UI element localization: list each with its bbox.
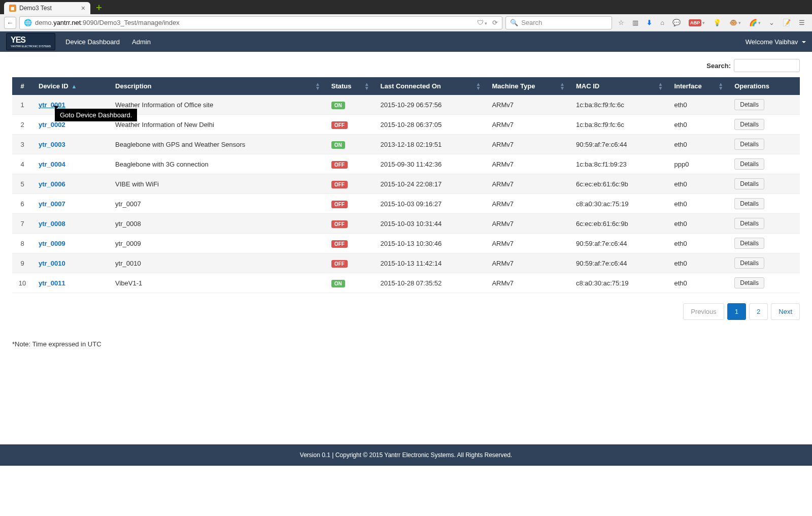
- table-search-row: Search:: [12, 52, 800, 77]
- url-path: :9090/Demo3_Test/manage/index: [81, 19, 179, 26]
- table-search-input[interactable]: [734, 59, 800, 72]
- row-status: OFF: [325, 214, 375, 234]
- welcome-text: Welcome Vaibhav: [746, 38, 798, 46]
- downloads-icon[interactable]: ⬇: [647, 19, 652, 26]
- row-number: 7: [12, 214, 32, 234]
- row-description: Beaglebone with GPS and Weather Sensors: [109, 135, 325, 154]
- row-description: VIBE with WiFi: [109, 174, 325, 194]
- device-id-link[interactable]: ytr_0010: [39, 260, 65, 267]
- monkey-icon[interactable]: 🐵▾: [729, 19, 741, 26]
- note-icon[interactable]: 📝: [783, 19, 791, 26]
- row-last-connected: 2015-10-13 11:42:14: [375, 253, 486, 273]
- tab-title: Demo3 Test: [19, 5, 52, 12]
- device-id-link[interactable]: ytr_0007: [39, 200, 65, 208]
- row-status: OFF: [325, 115, 375, 135]
- search-label: Search:: [706, 62, 731, 70]
- shield-icon[interactable]: 🛡▾: [477, 19, 487, 26]
- status-badge-off: OFF: [331, 240, 348, 248]
- back-button[interactable]: ←: [4, 17, 16, 29]
- details-button[interactable]: Details: [734, 119, 764, 130]
- browser-search-input[interactable]: 🔍 Search: [505, 16, 612, 29]
- row-mac-id: 1c:ba:8c:f9:fc:6c: [570, 95, 668, 115]
- row-description: VibeV1-1: [109, 273, 325, 293]
- device-id-link[interactable]: ytr_0004: [39, 160, 65, 168]
- device-id-link[interactable]: ytr_0003: [39, 141, 65, 148]
- col-status[interactable]: Status▲▼: [325, 77, 375, 95]
- app-navbar: YES YANTRR ELECTRONIC SYSTEMS Device Das…: [0, 31, 812, 52]
- details-button[interactable]: Details: [734, 238, 764, 249]
- row-interface: eth0: [668, 234, 728, 253]
- nav-admin[interactable]: Admin: [132, 38, 151, 46]
- row-description: ytr_0008: [109, 214, 325, 234]
- row-status: OFF: [325, 174, 375, 194]
- details-button[interactable]: Details: [734, 257, 764, 269]
- row-number: 2: [12, 115, 32, 135]
- status-badge-off: OFF: [331, 260, 348, 268]
- home-icon[interactable]: ⌂: [660, 19, 664, 26]
- chat-icon[interactable]: 💬: [672, 19, 681, 26]
- row-description: Weather Information of Office site: [109, 95, 325, 115]
- tab-close-icon[interactable]: ×: [81, 4, 85, 12]
- page-next[interactable]: Next: [771, 303, 800, 320]
- url-prefix: demo.: [35, 19, 53, 26]
- details-button[interactable]: Details: [734, 158, 764, 170]
- pocket-icon[interactable]: ⌄: [769, 19, 774, 26]
- row-last-connected: 2013-12-18 02:19:51: [375, 135, 486, 154]
- row-last-connected: 2015-10-13 10:30:46: [375, 234, 486, 253]
- col-interface[interactable]: Interface▲▼: [668, 77, 728, 95]
- device-id-link[interactable]: ytr_0011: [39, 279, 65, 287]
- details-button[interactable]: Details: [734, 99, 764, 110]
- col-mac-id[interactable]: MAC ID▲▼: [570, 77, 668, 95]
- favicon-icon: ▦: [9, 5, 16, 12]
- sort-icon: ▲▼: [718, 82, 723, 90]
- table-row: 3ytr_0003Beaglebone with GPS and Weather…: [12, 135, 800, 154]
- nav-links: Device Dashboard Admin: [65, 38, 151, 46]
- details-button[interactable]: Details: [734, 139, 764, 150]
- row-number: 4: [12, 154, 32, 174]
- row-description: ytr_0007: [109, 194, 325, 214]
- reload-icon[interactable]: ⟳: [492, 19, 498, 26]
- app-logo[interactable]: YES YANTRR ELECTRONIC SYSTEMS: [6, 33, 55, 50]
- row-description: ytr_0010: [109, 253, 325, 273]
- bulb-icon[interactable]: 💡: [713, 19, 721, 26]
- bookmark-star-icon[interactable]: ☆: [618, 19, 624, 26]
- details-button[interactable]: Details: [734, 218, 764, 229]
- table-row: 9ytr_0010ytr_0010OFF2015-10-13 11:42:14A…: [12, 253, 800, 273]
- device-id-link[interactable]: ytr_0009: [39, 240, 65, 247]
- new-tab-button[interactable]: ＋: [94, 1, 104, 13]
- reading-list-icon[interactable]: ▥: [632, 19, 638, 26]
- page-previous[interactable]: Previous: [683, 303, 724, 320]
- col-device-id[interactable]: Device ID▲: [32, 77, 109, 95]
- user-menu[interactable]: Welcome Vaibhav: [746, 38, 806, 46]
- menu-icon[interactable]: ☰: [799, 19, 805, 26]
- row-interface: eth0: [668, 115, 728, 135]
- col-machine-type[interactable]: Machine Type▲▼: [486, 77, 570, 95]
- table-row: 7ytr_0008ytr_0008OFF2015-10-03 10:31:44A…: [12, 214, 800, 234]
- status-badge-off: OFF: [331, 201, 348, 208]
- device-id-link[interactable]: ytr_0006: [39, 180, 65, 188]
- col-number[interactable]: #: [12, 77, 32, 95]
- col-last-connected[interactable]: Last Connected On▲▼: [375, 77, 486, 95]
- page-2[interactable]: 2: [749, 303, 768, 320]
- page-1[interactable]: 1: [727, 303, 746, 320]
- col-description[interactable]: Description▲▼: [109, 77, 325, 95]
- row-status: OFF: [325, 194, 375, 214]
- details-button[interactable]: Details: [734, 198, 764, 209]
- address-bar[interactable]: 🌐 demo.yantrr.net:9090/Demo3_Test/manage…: [19, 16, 502, 29]
- nav-device-dashboard[interactable]: Device Dashboard: [65, 38, 120, 46]
- row-mac-id: 1c:ba:8c:f9:fc:6c: [570, 115, 668, 135]
- browser-tab[interactable]: ▦ Demo3 Test ×: [4, 2, 90, 14]
- device-id-link[interactable]: ytr_0002: [39, 121, 65, 128]
- details-button[interactable]: Details: [734, 178, 764, 189]
- device-id-link[interactable]: ytr_0008: [39, 220, 65, 228]
- search-icon: 🔍: [510, 19, 518, 26]
- col-operations: Operations: [728, 77, 800, 95]
- row-mac-id: c8:a0:30:ac:75:19: [570, 273, 668, 293]
- logo-text: YES: [11, 36, 25, 44]
- row-interface: eth0: [668, 174, 728, 194]
- row-machine-type: ARMv7: [486, 174, 570, 194]
- abp-icon[interactable]: ABP▾: [689, 19, 705, 26]
- row-machine-type: ARMv7: [486, 115, 570, 135]
- rainbow-icon[interactable]: 🌈▾: [749, 19, 761, 26]
- details-button[interactable]: Details: [734, 277, 764, 288]
